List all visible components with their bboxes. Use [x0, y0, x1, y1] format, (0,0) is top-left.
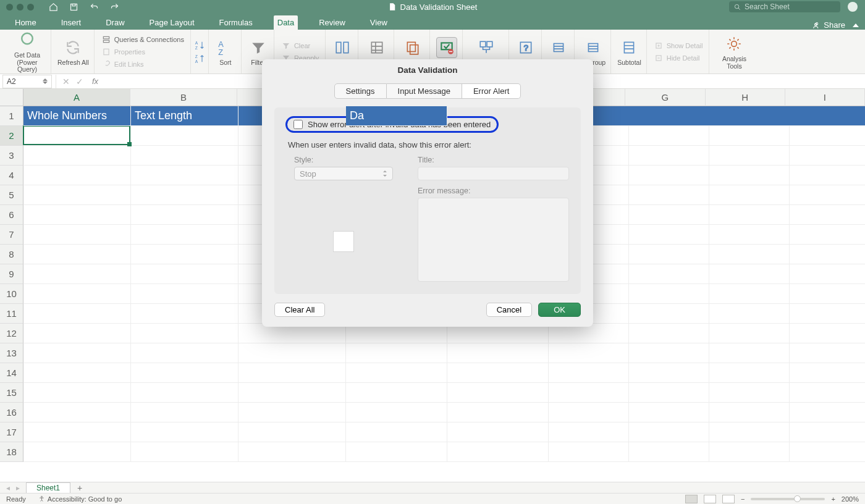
- subtotal-button[interactable]: Subtotal: [612, 30, 647, 74]
- cell[interactable]: [709, 245, 790, 264]
- cell[interactable]: [238, 442, 346, 462]
- cell[interactable]: [790, 245, 865, 264]
- clear-filter-button[interactable]: Clear: [282, 41, 310, 50]
- cell[interactable]: [447, 343, 549, 363]
- cell[interactable]: [238, 403, 346, 422]
- cell[interactable]: [23, 304, 131, 324]
- cell[interactable]: [790, 284, 865, 304]
- zoom-out-button[interactable]: −: [741, 495, 745, 503]
- cell[interactable]: [346, 343, 447, 363]
- cell[interactable]: [790, 166, 865, 185]
- zoom-icon[interactable]: [27, 4, 34, 10]
- tab-insert[interactable]: Insert: [57, 15, 85, 30]
- sort-desc-icon[interactable]: ZA: [195, 54, 206, 64]
- row-header-12[interactable]: 12: [0, 324, 23, 343]
- tab-page-layout[interactable]: Page Layout: [146, 15, 198, 30]
- cell[interactable]: [709, 166, 790, 185]
- cell[interactable]: [131, 146, 238, 166]
- row-header-8[interactable]: 8: [0, 245, 23, 264]
- row-header-5[interactable]: 5: [0, 185, 23, 205]
- cell[interactable]: [790, 422, 865, 442]
- row-header-4[interactable]: 4: [0, 166, 23, 185]
- cell[interactable]: [629, 284, 709, 304]
- cell[interactable]: [238, 422, 346, 442]
- cell[interactable]: [790, 146, 865, 166]
- error-message-textarea[interactable]: [418, 198, 569, 282]
- home-icon[interactable]: [49, 2, 58, 12]
- header-cell[interactable]: Text Length: [131, 106, 238, 126]
- cell[interactable]: [549, 343, 629, 363]
- close-icon[interactable]: [6, 4, 13, 10]
- cell[interactable]: [131, 284, 238, 304]
- cell[interactable]: [709, 403, 790, 422]
- cell[interactable]: [790, 126, 865, 146]
- cell[interactable]: [629, 185, 709, 205]
- select-all-corner[interactable]: [0, 89, 23, 106]
- page-layout-view-button[interactable]: [704, 495, 716, 503]
- cell[interactable]: [131, 324, 238, 343]
- tab-draw[interactable]: Draw: [102, 15, 128, 30]
- cell[interactable]: [709, 304, 790, 324]
- column-header-H[interactable]: H: [706, 89, 785, 106]
- cell[interactable]: [23, 422, 131, 442]
- cell[interactable]: [346, 383, 447, 403]
- cell[interactable]: [23, 363, 131, 383]
- cell[interactable]: [790, 264, 865, 284]
- cell[interactable]: [629, 324, 709, 343]
- cell[interactable]: [629, 403, 709, 422]
- cell[interactable]: [629, 245, 709, 264]
- row-header-13[interactable]: 13: [0, 343, 23, 363]
- cancel-formula-icon[interactable]: ✕: [62, 77, 70, 86]
- cell[interactable]: [238, 343, 346, 363]
- row-header-1[interactable]: 1: [0, 106, 23, 126]
- header-cell[interactable]: Whole Numbers: [23, 106, 131, 126]
- user-avatar[interactable]: [848, 2, 858, 12]
- cell[interactable]: [238, 383, 346, 403]
- cell[interactable]: [238, 363, 346, 383]
- column-header-I[interactable]: I: [785, 89, 865, 106]
- fill-handle[interactable]: [127, 142, 132, 146]
- save-icon[interactable]: [69, 2, 78, 12]
- cell[interactable]: [629, 264, 709, 284]
- undo-icon[interactable]: [90, 2, 99, 12]
- cell[interactable]: [709, 185, 790, 205]
- cell[interactable]: [709, 363, 790, 383]
- tab-review[interactable]: Review: [315, 15, 349, 30]
- cell[interactable]: [709, 264, 790, 284]
- cell[interactable]: [346, 363, 447, 383]
- cell[interactable]: [131, 442, 238, 462]
- tab-view[interactable]: View: [366, 15, 391, 30]
- row-header-10[interactable]: 10: [0, 284, 23, 304]
- cell[interactable]: [629, 383, 709, 403]
- cancel-button[interactable]: Cancel: [486, 303, 532, 317]
- cell[interactable]: [23, 383, 131, 403]
- cell[interactable]: [790, 324, 865, 343]
- collapse-ribbon-icon[interactable]: [853, 23, 859, 27]
- cell[interactable]: [629, 225, 709, 245]
- row-header-14[interactable]: 14: [0, 363, 23, 383]
- cell[interactable]: [629, 442, 709, 462]
- edit-links-button[interactable]: Edit Links: [102, 60, 144, 69]
- cell[interactable]: [549, 363, 629, 383]
- column-header-A[interactable]: A: [23, 89, 130, 106]
- cell[interactable]: [23, 205, 131, 225]
- cell[interactable]: [790, 304, 865, 324]
- cell[interactable]: [131, 225, 238, 245]
- row-header-16[interactable]: 16: [0, 403, 23, 422]
- sort-asc-icon[interactable]: AZ: [195, 40, 206, 50]
- cell[interactable]: [790, 403, 865, 422]
- show-detail-button[interactable]: Show Detail: [654, 41, 703, 50]
- row-header-17[interactable]: 17: [0, 422, 23, 442]
- dialog-tab-error-alert[interactable]: Error Alert: [462, 83, 521, 99]
- cell[interactable]: [549, 403, 629, 422]
- accessibility-status[interactable]: Accessibility: Good to go: [38, 495, 122, 503]
- cell[interactable]: [131, 403, 238, 422]
- row-header-9[interactable]: 9: [0, 264, 23, 284]
- tab-formulas[interactable]: Formulas: [216, 15, 256, 30]
- error-title-input[interactable]: [418, 167, 569, 180]
- cell[interactable]: [709, 225, 790, 245]
- ok-button[interactable]: OK: [538, 303, 581, 317]
- cell[interactable]: [629, 304, 709, 324]
- cell[interactable]: [790, 442, 865, 462]
- show-error-alert-input[interactable]: [293, 120, 303, 129]
